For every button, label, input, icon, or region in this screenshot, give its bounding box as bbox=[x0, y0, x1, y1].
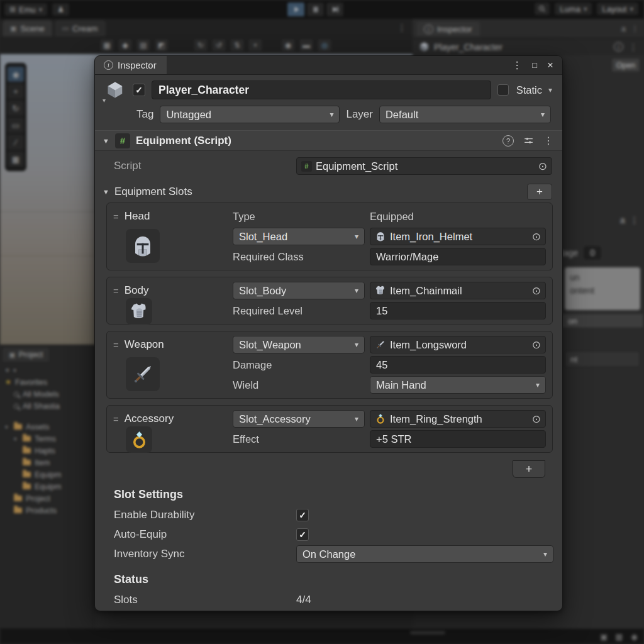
pause-button[interactable] bbox=[306, 2, 325, 17]
equipped-object-field[interactable]: Item_Ring_Strength ⊙ bbox=[370, 410, 546, 428]
drag-handle-icon[interactable]: = bbox=[113, 286, 119, 296]
inspector-titlebar[interactable]: i Inspector ⋮ □ × bbox=[95, 56, 562, 75]
refresh-icon[interactable]: ↻ bbox=[193, 38, 208, 52]
tabstrip-menu-icon[interactable]: ⋮ bbox=[397, 23, 406, 33]
tree-item[interactable]: Hapts bbox=[0, 445, 96, 457]
gameobject-name-field[interactable]: Player_Character bbox=[152, 80, 491, 99]
object-picker-icon[interactable]: ⊙ bbox=[530, 284, 541, 297]
object-picker-icon[interactable]: ⊙ bbox=[530, 413, 541, 426]
tree-item[interactable]: Products bbox=[0, 504, 96, 516]
equipped-object-field[interactable]: Item_Chainmail ⊙ bbox=[370, 282, 546, 299]
object-picker-icon[interactable]: ⊙ bbox=[530, 338, 541, 352]
resize-handle[interactable] bbox=[410, 631, 445, 635]
tab-game[interactable]: ▭ Cream bbox=[55, 20, 106, 36]
scene-tool-icon[interactable]: ◆ bbox=[118, 38, 133, 52]
equipped-object-field[interactable]: Item_Longsword ⊙ bbox=[370, 336, 546, 353]
window-menu-icon[interactable]: ⋮ bbox=[512, 59, 522, 71]
object-picker-icon[interactable]: ⊙ bbox=[530, 230, 541, 243]
layout-dropdown[interactable]: Layout ▾ bbox=[596, 2, 639, 16]
wield-dropdown[interactable]: Main Hand ▾ bbox=[370, 376, 546, 394]
add-slot-button[interactable]: + bbox=[527, 184, 552, 200]
maximize-icon[interactable]: □ bbox=[532, 60, 537, 70]
scene-tool-icon[interactable]: ▤ bbox=[136, 38, 151, 52]
step-button[interactable] bbox=[326, 2, 344, 17]
scene-tool-icon[interactable]: ▦ bbox=[99, 38, 114, 52]
static-checkbox[interactable] bbox=[497, 84, 509, 96]
package-icon[interactable]: ▣ bbox=[600, 632, 608, 641]
selected-object-row[interactable]: Player_Character i ⋮ bbox=[413, 38, 644, 55]
tree-item[interactable]: Equipm bbox=[0, 469, 96, 480]
presets-icon[interactable] bbox=[523, 135, 534, 146]
tree-item[interactable]: ▾ Terms bbox=[0, 433, 96, 445]
tab-scene[interactable]: ▣ Scene bbox=[3, 20, 52, 36]
open-button[interactable]: Open bbox=[611, 58, 640, 72]
favorites-row[interactable]: ★ Favorites bbox=[0, 376, 96, 388]
equipment-slots-foldout[interactable]: ▼ Equipment Slots + bbox=[103, 184, 552, 200]
component-header-equipment[interactable]: ▼ # Equipment (Script) ? ⋮ bbox=[95, 130, 562, 151]
static-dropdown-icon[interactable]: ▾ bbox=[548, 86, 552, 94]
hand-tool-icon[interactable]: ◉ bbox=[8, 67, 24, 82]
close-icon[interactable]: × bbox=[547, 59, 553, 72]
tree-item[interactable]: Equipm bbox=[0, 480, 96, 492]
inventory-sync-dropdown[interactable]: On Change ▾ bbox=[296, 545, 553, 563]
emu-menu-button[interactable]: ⊞ Emu ▾ bbox=[4, 3, 48, 16]
gameobject-icon-button[interactable]: ▾ bbox=[104, 80, 126, 99]
drag-handle-icon[interactable]: = bbox=[113, 414, 119, 425]
tab-inspector-docked[interactable]: i Inspector bbox=[416, 21, 480, 36]
move-tool-icon[interactable]: + bbox=[8, 84, 24, 99]
gizmo-icon[interactable]: ◉ bbox=[280, 38, 296, 52]
equipped-object-field[interactable]: Item_Iron_Helmet ⊙ bbox=[370, 228, 546, 245]
transform-tool-icon[interactable]: ▦ bbox=[8, 152, 24, 167]
help-icon[interactable]: ? bbox=[502, 135, 514, 147]
tab-inspector[interactable]: i Inspector bbox=[95, 56, 167, 74]
list-add-button[interactable]: + bbox=[513, 460, 545, 478]
slot-type-dropdown[interactable]: Slot_Body ▾ bbox=[233, 282, 365, 299]
rotate-tool-icon[interactable]: ↻ bbox=[8, 101, 24, 116]
play-button[interactable] bbox=[287, 2, 305, 17]
search-button[interactable] bbox=[534, 2, 550, 16]
favorite-item[interactable]: All Models bbox=[0, 388, 96, 400]
button-fragment[interactable]: nt bbox=[565, 351, 640, 367]
sync-icon[interactable]: ◎ bbox=[317, 38, 332, 52]
value-field[interactable]: Warrior/Mage bbox=[370, 248, 546, 265]
sort-icon[interactable]: ⇅ bbox=[230, 38, 245, 52]
notification-icon[interactable]: ◉ bbox=[631, 632, 638, 641]
value-field[interactable]: 15 bbox=[370, 302, 546, 319]
active-checkbox[interactable]: ✓ bbox=[133, 84, 145, 96]
kebab-icon[interactable]: ⋮ bbox=[629, 42, 638, 52]
project-add-row[interactable]: + ▾ bbox=[0, 364, 96, 376]
script-object-field[interactable]: # Equipment_Script ⊙ bbox=[296, 157, 552, 175]
enable-durability-checkbox[interactable]: ✓ bbox=[296, 509, 309, 521]
object-picker-icon[interactable]: ⊙ bbox=[536, 160, 547, 173]
number-field[interactable]: 0 bbox=[584, 247, 601, 259]
value-field[interactable]: 45 bbox=[370, 356, 546, 374]
bar-icon[interactable]: ▬ bbox=[299, 38, 314, 52]
drag-handle-icon[interactable]: = bbox=[113, 211, 119, 222]
drag-handle-icon[interactable]: = bbox=[113, 340, 119, 350]
slot-type-dropdown[interactable]: Slot_Weapon ▾ bbox=[233, 336, 365, 353]
panel-corner-icons[interactable]: a ⋮ bbox=[621, 24, 639, 33]
foldout-open-icon[interactable]: ▼ bbox=[103, 188, 109, 196]
auto-equip-checkbox[interactable]: ✓ bbox=[296, 528, 309, 541]
add-icon[interactable]: + bbox=[248, 38, 263, 52]
layer-dropdown[interactable]: Default ▾ bbox=[379, 106, 551, 123]
slot-type-dropdown[interactable]: Slot_Accessory ▾ bbox=[233, 410, 365, 428]
scale-tool-icon[interactable]: ∕ bbox=[8, 135, 24, 150]
scene-tool-icon[interactable]: ◩ bbox=[154, 38, 169, 52]
favorite-item[interactable]: All Shastia bbox=[0, 400, 96, 412]
tag-dropdown[interactable]: Untagged ▾ bbox=[160, 106, 340, 123]
account-tool-button[interactable]: ♟ bbox=[52, 3, 70, 16]
tab-project[interactable]: ▣ Project bbox=[3, 348, 49, 362]
grid-icon[interactable]: ▦ bbox=[615, 632, 623, 641]
component-menu-icon[interactable]: ⋮ bbox=[543, 135, 553, 147]
tree-item[interactable]: Project bbox=[0, 492, 96, 504]
assets-root[interactable]: ▾ Assets bbox=[0, 421, 96, 433]
undo-icon[interactable]: ↺ bbox=[211, 38, 226, 52]
foldout-open-icon[interactable]: ▼ bbox=[103, 137, 109, 145]
luma-dropdown[interactable]: Luma ▾ bbox=[554, 2, 592, 16]
value-field[interactable]: +5 STR bbox=[370, 430, 546, 448]
slot-type-dropdown[interactable]: Slot_Head ▾ bbox=[233, 228, 365, 245]
rect-tool-icon[interactable]: ▭ bbox=[8, 118, 24, 133]
tree-item[interactable]: Item bbox=[0, 457, 96, 469]
chevron-down-icon: ▾ bbox=[531, 380, 540, 389]
